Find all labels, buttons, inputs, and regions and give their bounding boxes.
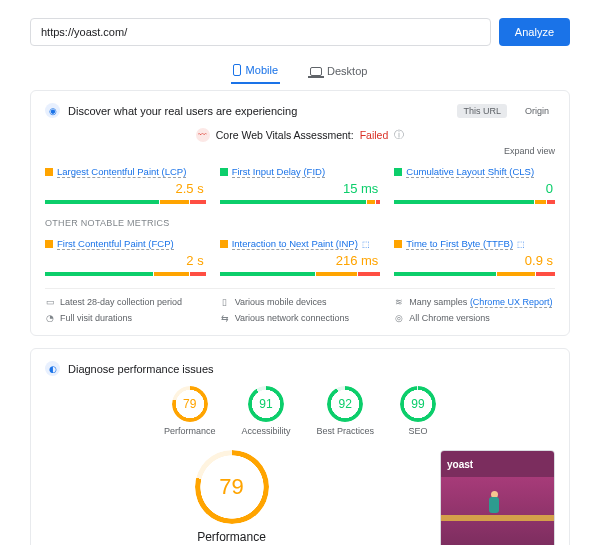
users-icon: ◉ xyxy=(45,103,60,118)
metric-name-link[interactable]: Cumulative Layout Shift (CLS) xyxy=(406,166,534,178)
performance-label: Performance xyxy=(197,530,266,544)
lab-card: ◐ Diagnose performance issues 79 Perform… xyxy=(30,348,570,545)
cwv-status-text: Failed xyxy=(360,129,389,141)
metric-value: 0 xyxy=(396,181,553,196)
core-metrics-grid: Largest Contentful Paint (LCP) 2.5 s Fir… xyxy=(45,164,555,204)
performance-gauge-large: 79 xyxy=(195,450,269,524)
distribution-bar xyxy=(394,200,555,204)
distribution-bar xyxy=(220,200,381,204)
metric-value: 216 ms xyxy=(222,253,379,268)
calendar-icon: ▭ xyxy=(45,297,55,307)
gauge-ring: 99 xyxy=(400,386,436,422)
metric: Cumulative Layout Shift (CLS) 0 xyxy=(394,164,555,204)
metric: First Contentful Paint (FCP) 2 s xyxy=(45,236,206,276)
metric-value: 2.5 s xyxy=(47,181,204,196)
status-square-icon xyxy=(394,240,402,248)
category-gauges: 79 Performance 91 Accessibility 92 Best … xyxy=(45,386,555,436)
gauge[interactable]: 99 SEO xyxy=(400,386,436,436)
status-square-icon xyxy=(45,240,53,248)
tab-desktop[interactable]: Desktop xyxy=(308,60,369,84)
metric-name-link[interactable]: First Input Delay (FID) xyxy=(232,166,325,178)
clock-icon: ◔ xyxy=(45,313,55,323)
analyze-button[interactable]: Analyze xyxy=(499,18,570,46)
distribution-bar xyxy=(220,272,381,276)
cwv-label: Core Web Vitals Assessment: xyxy=(216,129,354,141)
distribution-bar xyxy=(45,200,206,204)
metric-name-link[interactable]: Time to First Byte (TTFB) xyxy=(406,238,513,250)
field-data-footnotes: ▭Latest 28-day collection period ▯Variou… xyxy=(45,288,555,323)
status-square-icon xyxy=(220,168,228,176)
status-square-icon xyxy=(394,168,402,176)
scope-this-url-button[interactable]: This URL xyxy=(457,104,507,118)
performance-score: 79 xyxy=(219,474,243,500)
beta-icon: ⬚ xyxy=(517,240,525,249)
other-metrics-grid: First Contentful Paint (FCP) 2 s Interac… xyxy=(45,236,555,276)
beta-icon: ⬚ xyxy=(362,240,370,249)
gauge-label: Best Practices xyxy=(317,426,375,436)
gauge-ring: 79 xyxy=(172,386,208,422)
screenshot-brand: yoast xyxy=(447,459,473,470)
cwv-status-icon: 〰 xyxy=(196,128,210,142)
distribution-bar xyxy=(394,272,555,276)
metric-value: 0.9 s xyxy=(396,253,553,268)
metric: First Input Delay (FID) 15 ms xyxy=(220,164,381,204)
diagnose-icon: ◐ xyxy=(45,361,60,376)
info-icon[interactable]: ⓘ xyxy=(394,128,404,142)
other-metrics-label: OTHER NOTABLE METRICS xyxy=(45,218,555,228)
metric-name-link[interactable]: Largest Contentful Paint (LCP) xyxy=(57,166,186,178)
status-square-icon xyxy=(220,240,228,248)
gauge-label: Accessibility xyxy=(241,426,290,436)
metric-value: 2 s xyxy=(47,253,204,268)
lab-title: Diagnose performance issues xyxy=(68,363,555,375)
page-screenshot: yoast Be the first result in Google Buy … xyxy=(440,450,555,545)
gauge[interactable]: 91 Accessibility xyxy=(241,386,290,436)
metric-name-link[interactable]: Interaction to Next Paint (INP) xyxy=(232,238,358,250)
gauge-label: SEO xyxy=(409,426,428,436)
runner-illustration xyxy=(481,491,509,531)
gauge-label: Performance xyxy=(164,426,216,436)
chrome-icon: ◎ xyxy=(394,313,404,323)
metric-name-link[interactable]: First Contentful Paint (FCP) xyxy=(57,238,174,250)
crux-link[interactable]: (Chrome UX Report) xyxy=(470,297,553,308)
url-input[interactable] xyxy=(30,18,491,46)
metric-value: 15 ms xyxy=(222,181,379,196)
tab-mobile-label: Mobile xyxy=(246,64,278,76)
metric: Largest Contentful Paint (LCP) 2.5 s xyxy=(45,164,206,204)
devices-icon: ▯ xyxy=(220,297,230,307)
field-data-card: ◉ Discover what your real users are expe… xyxy=(30,90,570,336)
gauge[interactable]: 92 Best Practices xyxy=(317,386,375,436)
desktop-icon xyxy=(310,67,322,76)
gauge[interactable]: 79 Performance xyxy=(164,386,216,436)
gauge-ring: 91 xyxy=(248,386,284,422)
field-data-title: Discover what your real users are experi… xyxy=(68,105,445,117)
metric: Interaction to Next Paint (INP) ⬚ 216 ms xyxy=(220,236,381,276)
tab-desktop-label: Desktop xyxy=(327,65,367,77)
tab-mobile[interactable]: Mobile xyxy=(231,60,280,84)
distribution-bar xyxy=(45,272,206,276)
status-square-icon xyxy=(45,168,53,176)
mobile-icon xyxy=(233,64,241,76)
cwv-assessment: 〰 Core Web Vitals Assessment: Failed ⓘ xyxy=(45,128,555,142)
gauge-ring: 92 xyxy=(327,386,363,422)
expand-view-link[interactable]: Expand view xyxy=(45,146,555,156)
metric: Time to First Byte (TTFB) ⬚ 0.9 s xyxy=(394,236,555,276)
network-icon: ⇆ xyxy=(220,313,230,323)
device-tabs: Mobile Desktop xyxy=(30,60,570,84)
scope-origin-button[interactable]: Origin xyxy=(519,104,555,118)
samples-icon: ≋ xyxy=(394,297,404,307)
